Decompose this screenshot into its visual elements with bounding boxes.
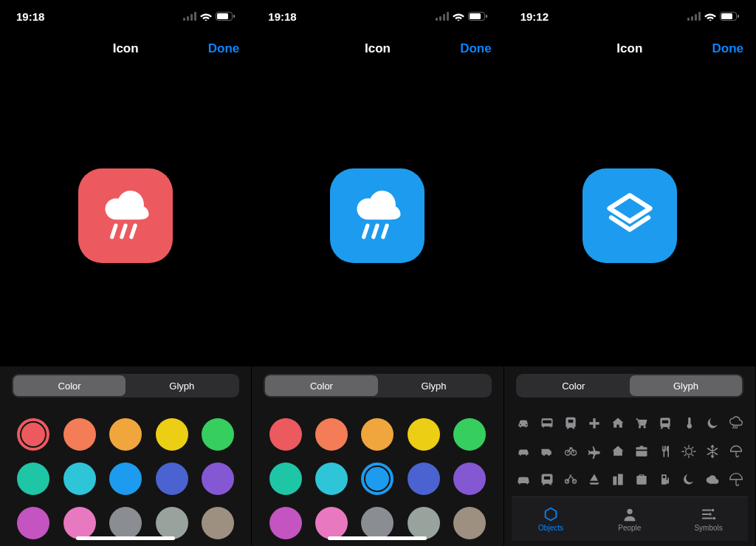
color-swatch[interactable] [361, 463, 394, 495]
glyph-car[interactable] [512, 412, 535, 434]
color-swatch[interactable] [269, 463, 302, 495]
done-button[interactable]: Done [712, 41, 743, 56]
glyph-home[interactable] [607, 440, 629, 463]
color-swatch[interactable] [453, 418, 486, 451]
glyph-sedan[interactable] [512, 440, 535, 463]
glyph-snowflake[interactable] [701, 440, 724, 463]
color-swatch[interactable] [63, 418, 96, 451]
svg-rect-3 [194, 12, 196, 21]
color-swatch[interactable] [408, 463, 440, 495]
color-swatch[interactable] [315, 463, 348, 495]
glyph-thermometer[interactable] [678, 412, 700, 434]
glyph-suv[interactable] [512, 468, 535, 491]
svg-point-27 [627, 509, 632, 514]
icon-preview [78, 168, 173, 263]
tab-objects[interactable]: Objects [512, 497, 591, 541]
glyph-crescent[interactable] [678, 468, 700, 491]
color-swatch[interactable] [156, 507, 188, 539]
glyph-fuel[interactable] [654, 468, 676, 491]
done-button[interactable]: Done [460, 41, 492, 56]
svg-rect-20 [687, 18, 690, 21]
color-swatch[interactable] [17, 418, 49, 451]
nav-bar: Icon Done [0, 33, 251, 65]
glyph-tram[interactable] [654, 412, 676, 434]
glyph-suitcase[interactable] [630, 468, 653, 491]
tab-symbols[interactable]: Symbols [669, 497, 748, 541]
glyph-umbrella-open[interactable] [725, 468, 747, 491]
glyph-briefcase[interactable] [630, 440, 653, 463]
svg-rect-6 [233, 15, 235, 18]
color-swatch[interactable] [202, 418, 234, 451]
battery-icon [216, 12, 235, 21]
glyph-van[interactable] [536, 440, 558, 463]
svg-point-29 [709, 513, 712, 516]
glyph-cloud-rain[interactable] [725, 412, 747, 434]
glyph-sailboat[interactable] [583, 468, 605, 491]
screen-1: 19:18 Icon Done Color Glyph [0, 0, 252, 546]
glyph-plane[interactable] [583, 440, 605, 463]
tab-people[interactable]: People [590, 497, 669, 541]
glyph-bike[interactable] [560, 468, 582, 491]
segment-glyph[interactable]: Glyph [630, 375, 742, 396]
glyph-sun[interactable] [678, 440, 700, 463]
color-swatch[interactable] [315, 507, 348, 539]
svg-rect-1 [187, 16, 189, 21]
done-button[interactable]: Done [208, 41, 240, 56]
glyph-cart[interactable] [630, 412, 653, 434]
color-swatch[interactable] [63, 463, 96, 495]
color-swatch[interactable] [269, 418, 302, 451]
color-swatch[interactable] [17, 463, 49, 495]
color-swatch[interactable] [109, 418, 142, 451]
glyph-category-tab-bar: Objects People Symbols [512, 496, 748, 541]
color-swatch[interactable] [156, 418, 188, 451]
layers-icon [600, 186, 659, 245]
icon-preview [583, 168, 677, 263]
glyph-fork-knife[interactable] [654, 440, 676, 463]
icon-preview [330, 168, 425, 263]
home-indicator[interactable] [76, 536, 175, 540]
segment-color[interactable]: Color [265, 375, 377, 396]
color-swatch[interactable] [109, 463, 142, 495]
segment-color[interactable]: Color [518, 375, 630, 396]
color-swatch[interactable] [202, 463, 234, 495]
page-title: Icon [113, 41, 139, 56]
color-swatch[interactable] [361, 418, 394, 451]
status-time: 19:18 [268, 10, 296, 23]
glyph-bicycle[interactable] [560, 440, 582, 463]
svg-rect-15 [470, 13, 481, 19]
glyph-plus[interactable] [583, 412, 605, 434]
color-swatch[interactable] [109, 507, 142, 539]
icon-preview-area [252, 65, 503, 366]
color-swatch[interactable] [202, 507, 234, 539]
glyph-cloud[interactable] [701, 468, 724, 491]
color-swatch[interactable] [17, 507, 49, 539]
segment-glyph[interactable]: Glyph [126, 375, 238, 396]
glyph-house[interactable] [607, 412, 629, 434]
color-swatch[interactable] [361, 507, 394, 539]
segmented-control[interactable]: Color Glyph [516, 374, 743, 397]
glyph-bus[interactable] [536, 412, 558, 434]
color-swatch[interactable] [453, 507, 486, 539]
glyph-train[interactable] [560, 412, 582, 434]
home-indicator[interactable] [328, 536, 427, 540]
segment-color[interactable]: Color [13, 375, 126, 396]
color-swatch[interactable] [453, 463, 486, 495]
color-swatch[interactable] [156, 463, 188, 495]
battery-icon [468, 12, 487, 21]
svg-line-9 [131, 225, 135, 237]
color-swatch[interactable] [63, 507, 96, 539]
color-swatch[interactable] [315, 418, 348, 451]
segmented-control[interactable]: Color Glyph [264, 374, 491, 397]
color-swatch[interactable] [269, 507, 302, 539]
glyph-umbrella[interactable] [725, 440, 747, 463]
glyph-grid [512, 412, 748, 491]
color-swatch[interactable] [408, 507, 440, 539]
person-icon [622, 506, 638, 522]
glyph-buildings[interactable] [607, 468, 629, 491]
icon-preview-area [504, 65, 755, 366]
segment-glyph[interactable]: Glyph [378, 375, 490, 396]
glyph-moon[interactable] [701, 412, 724, 434]
segmented-control[interactable]: Color Glyph [12, 374, 239, 397]
glyph-metro[interactable] [536, 468, 558, 491]
color-swatch[interactable] [408, 418, 440, 451]
